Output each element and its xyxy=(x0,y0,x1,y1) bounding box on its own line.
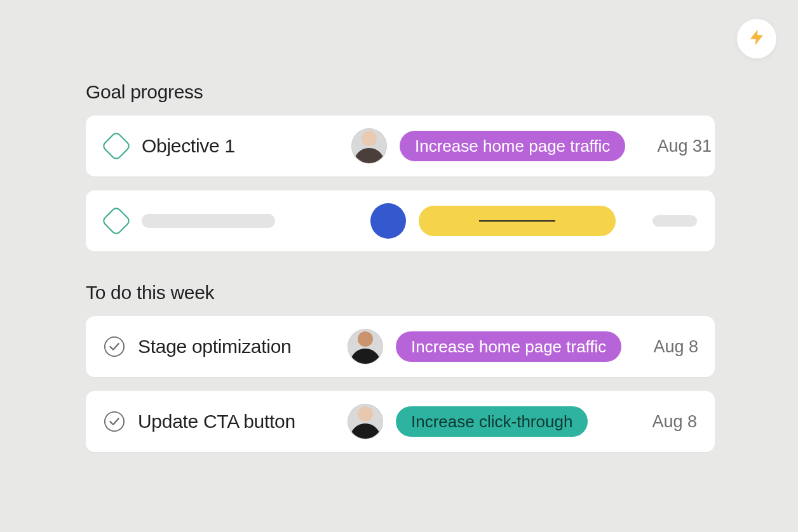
due-date: Aug 8 xyxy=(652,412,697,432)
task-title: Stage optimization xyxy=(138,336,335,357)
complete-toggle[interactable] xyxy=(104,336,125,357)
section-title-goal-progress: Goal progress xyxy=(86,81,715,103)
goal-icon xyxy=(104,133,129,159)
diamond-icon xyxy=(101,131,132,161)
todo-section: To do this week Stage optimization Incre… xyxy=(86,282,715,452)
task-row[interactable]: Stage optimization Increase home page tr… xyxy=(86,316,715,377)
placeholder-title xyxy=(142,214,275,228)
goal-row[interactable]: Objective 1 Increase home page traffic A… xyxy=(86,116,715,176)
assignee-avatar[interactable] xyxy=(348,404,383,439)
main-content: Goal progress Objective 1 Increase home … xyxy=(86,81,715,466)
due-date: Aug 31 xyxy=(657,136,712,156)
project-tag-placeholder[interactable] xyxy=(419,206,616,236)
check-circle-icon xyxy=(104,336,125,357)
complete-toggle[interactable] xyxy=(104,411,125,432)
goal-icon xyxy=(104,208,129,234)
project-tag[interactable]: Increase home page traffic xyxy=(400,131,625,161)
task-row[interactable]: Update CTA button Increase click-through… xyxy=(86,391,715,452)
project-tag[interactable]: Increase click-through xyxy=(396,406,588,437)
assignee-avatar[interactable] xyxy=(351,128,387,164)
svg-point-1 xyxy=(105,412,124,431)
lightning-icon xyxy=(747,28,766,50)
section-title-todo: To do this week xyxy=(86,282,715,303)
svg-point-0 xyxy=(105,337,124,356)
diamond-icon xyxy=(101,206,132,236)
goal-row-placeholder[interactable] xyxy=(86,190,715,251)
due-date: Aug 8 xyxy=(653,337,698,357)
assignee-avatar-placeholder[interactable] xyxy=(370,203,406,239)
goal-progress-section: Goal progress Objective 1 Increase home … xyxy=(86,81,715,251)
check-circle-icon xyxy=(104,411,125,432)
project-tag[interactable]: Increase home page traffic xyxy=(396,331,621,362)
assignee-avatar[interactable] xyxy=(348,329,383,364)
goal-title: Objective 1 xyxy=(142,135,339,157)
project-tag-label: Increase home page traffic xyxy=(415,136,610,156)
project-tag-label: Increase click-through xyxy=(411,412,572,432)
due-date-placeholder xyxy=(653,215,697,227)
automation-fab[interactable] xyxy=(737,19,776,58)
project-tag-label: Increase home page traffic xyxy=(411,337,606,357)
task-title: Update CTA button xyxy=(138,411,335,432)
